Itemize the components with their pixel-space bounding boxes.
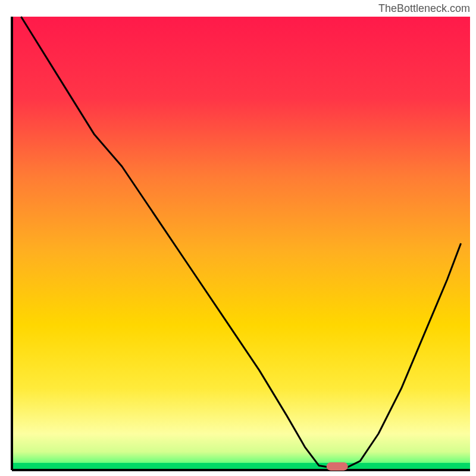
attribution-text: TheBottleneck.com [378,2,470,15]
gradient-background [12,17,470,470]
chart-svg [0,0,476,476]
optimal-marker [327,462,348,471]
bottleneck-chart [0,0,476,476]
